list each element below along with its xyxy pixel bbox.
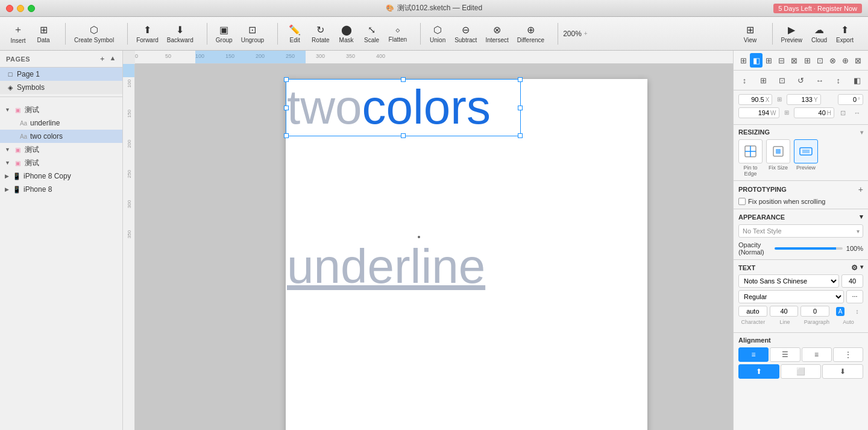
promo-banner[interactable]: 5 Days Left · Register Now bbox=[773, 4, 862, 13]
scale-button[interactable]: ⤡ Scale bbox=[360, 22, 384, 46]
layer-iphone8copy[interactable]: ▶ 📱 iPhone 8 Copy bbox=[0, 169, 122, 183]
view-button[interactable]: ⊞ View bbox=[738, 22, 763, 46]
flip-h-button[interactable]: ↔ bbox=[813, 73, 827, 87]
align-justify-btn[interactable]: ⋮ bbox=[833, 347, 863, 362]
minimize-button[interactable] bbox=[17, 5, 24, 12]
handle-mr[interactable] bbox=[518, 106, 523, 110]
data-button[interactable]: ⊞ Data bbox=[31, 22, 55, 46]
text-collapse-icon[interactable]: ▾ bbox=[860, 264, 863, 272]
inspector-tab-3[interactable]: ⊞ bbox=[763, 53, 775, 68]
maximize-button[interactable] bbox=[28, 5, 35, 12]
inspector-tab-8[interactable]: ⊗ bbox=[826, 53, 839, 68]
layer-text-two-colors[interactable]: Aa two colors bbox=[0, 130, 122, 143]
char-spacing-field[interactable] bbox=[738, 306, 767, 317]
valign-top-btn[interactable]: ⬆ bbox=[738, 364, 779, 379]
fix-size-btn[interactable] bbox=[766, 139, 790, 163]
cloud-button[interactable]: ☁ Cloud bbox=[807, 22, 831, 46]
char-spacing-input[interactable] bbox=[741, 308, 764, 315]
ungroup-button[interactable]: ⊡ Ungroup bbox=[237, 22, 268, 46]
opacity-slider[interactable] bbox=[775, 247, 843, 250]
inspector-tab-1[interactable]: ⊞ bbox=[737, 53, 750, 68]
appearance-header[interactable]: APPEARANCE ▾ bbox=[738, 213, 863, 221]
handle-ml[interactable] bbox=[284, 106, 289, 110]
add-prototype-button[interactable]: + bbox=[858, 185, 863, 194]
fit-button[interactable]: ↕ bbox=[737, 73, 752, 87]
layer-group-ceshi2[interactable]: ▼ ▣ 测试 bbox=[0, 143, 122, 156]
handle-bl[interactable] bbox=[284, 133, 289, 138]
fix-scroll-checkbox[interactable] bbox=[738, 198, 746, 205]
angle-field[interactable]: ° bbox=[838, 94, 863, 105]
text-style-select[interactable]: No Text Style bbox=[738, 224, 863, 238]
valign-middle-btn[interactable]: ⬜ bbox=[781, 364, 822, 379]
text-style-select-wrap[interactable]: No Text Style bbox=[738, 224, 863, 238]
inspector-tab-9[interactable]: ⊕ bbox=[839, 53, 852, 68]
union-button[interactable]: ⬡ Union bbox=[426, 22, 450, 46]
layer-group-ceshi1[interactable]: ▼ ▣ 测试 bbox=[0, 103, 122, 116]
edit-button[interactable]: ✏️ Edit bbox=[283, 22, 307, 46]
zoom-control[interactable]: 200% + bbox=[563, 30, 588, 38]
wh-link[interactable]: ⊞ bbox=[782, 107, 791, 117]
collapse-pages-button[interactable]: ▲ bbox=[110, 54, 116, 63]
x-field[interactable]: X bbox=[738, 94, 772, 105]
export-button[interactable]: ⬆ Export bbox=[832, 22, 857, 46]
align-right-btn[interactable]: ≡ bbox=[802, 347, 832, 362]
create-symbol-button[interactable]: ⬡ Create Symbol bbox=[71, 22, 118, 46]
rotate-button[interactable]: ↻ Rotate bbox=[308, 22, 333, 46]
handle-br[interactable] bbox=[518, 133, 523, 138]
align-left-btn[interactable]: ≡ bbox=[738, 347, 769, 362]
font-family-select[interactable]: Noto Sans S Chinese bbox=[738, 274, 839, 288]
h-field[interactable]: H bbox=[794, 107, 835, 118]
mask-button[interactable]: ⬤ Mask bbox=[335, 22, 359, 46]
line-height-input[interactable] bbox=[773, 308, 796, 315]
inspector-tab-5[interactable]: ⊠ bbox=[788, 53, 800, 68]
resize-icon[interactable]: ↔ bbox=[851, 107, 863, 118]
handle-tr[interactable] bbox=[518, 77, 523, 82]
transform-button[interactable]: ⊡ bbox=[775, 73, 789, 87]
rotate-panel-button[interactable]: ↺ bbox=[793, 73, 808, 87]
inspector-tab-6[interactable]: ⊞ bbox=[800, 53, 813, 68]
handle-tl[interactable] bbox=[284, 77, 289, 82]
canvas-area[interactable]: two colors underline bbox=[135, 64, 733, 430]
layer-group-ceshi3[interactable]: ▼ ▣ 测试 bbox=[0, 156, 122, 169]
flip-v-button[interactable]: ↕ bbox=[831, 73, 846, 87]
line-height-field[interactable] bbox=[770, 306, 799, 317]
font-more-button[interactable]: ··· bbox=[846, 290, 863, 303]
valign-bottom-btn[interactable]: ⬇ bbox=[822, 364, 863, 379]
backward-button[interactable]: ⬇ Backward bbox=[163, 22, 197, 46]
w-field[interactable]: W bbox=[738, 107, 779, 118]
font-style-select[interactable]: Regular bbox=[738, 290, 844, 303]
flatten-button[interactable]: ⬦ Flatten bbox=[385, 22, 411, 45]
text-settings-icon[interactable]: ⚙ bbox=[851, 264, 858, 272]
font-size-field[interactable] bbox=[841, 274, 863, 288]
auto-button[interactable]: A bbox=[836, 307, 845, 316]
inspector-tab-2[interactable]: ◧ bbox=[750, 53, 763, 68]
insert-button[interactable]: ＋ Insert bbox=[6, 21, 30, 46]
forward-button[interactable]: ⬆ Forward bbox=[133, 22, 162, 46]
intersect-button[interactable]: ⊗ Intersect bbox=[482, 22, 512, 46]
mask-panel-button[interactable]: ◧ bbox=[850, 73, 864, 87]
align-button[interactable]: ⊞ bbox=[756, 73, 770, 87]
prototyping-header[interactable]: PROTOTYPING + bbox=[738, 185, 863, 194]
constrain-icon[interactable]: ⊡ bbox=[837, 107, 849, 118]
handle-tm[interactable] bbox=[401, 77, 406, 82]
paragraph-spacing-field[interactable] bbox=[800, 306, 829, 317]
add-page-button[interactable]: ＋ bbox=[99, 54, 106, 63]
paragraph-spacing-input[interactable] bbox=[804, 308, 826, 315]
subtract-button[interactable]: ⊖ Subtract bbox=[451, 22, 480, 46]
text-underline[interactable]: underline bbox=[287, 239, 485, 294]
layer-text-underline[interactable]: Aa underline bbox=[0, 116, 122, 130]
handle-bm[interactable] bbox=[401, 133, 406, 138]
layer-iphone8[interactable]: ▶ 📱 iPhone 8 bbox=[0, 183, 122, 196]
y-field[interactable]: Y bbox=[787, 94, 820, 105]
page-item-symbols[interactable]: ◈ Symbols bbox=[0, 81, 122, 94]
close-button[interactable] bbox=[6, 5, 13, 12]
preview-btn[interactable] bbox=[794, 139, 818, 163]
inspector-tab-4[interactable]: ⊟ bbox=[775, 53, 788, 68]
resizing-header[interactable]: RESIZING ▾ bbox=[738, 128, 863, 136]
page-item-1[interactable]: □ Page 1 bbox=[0, 68, 122, 81]
inspector-tab-10[interactable]: ⊠ bbox=[852, 53, 864, 68]
difference-button[interactable]: ⊕ Difference bbox=[514, 22, 548, 46]
pin-to-edge-btn[interactable] bbox=[738, 139, 763, 163]
align-center-btn[interactable]: ☰ bbox=[770, 347, 800, 362]
inspector-tab-7[interactable]: ⊡ bbox=[814, 53, 826, 68]
